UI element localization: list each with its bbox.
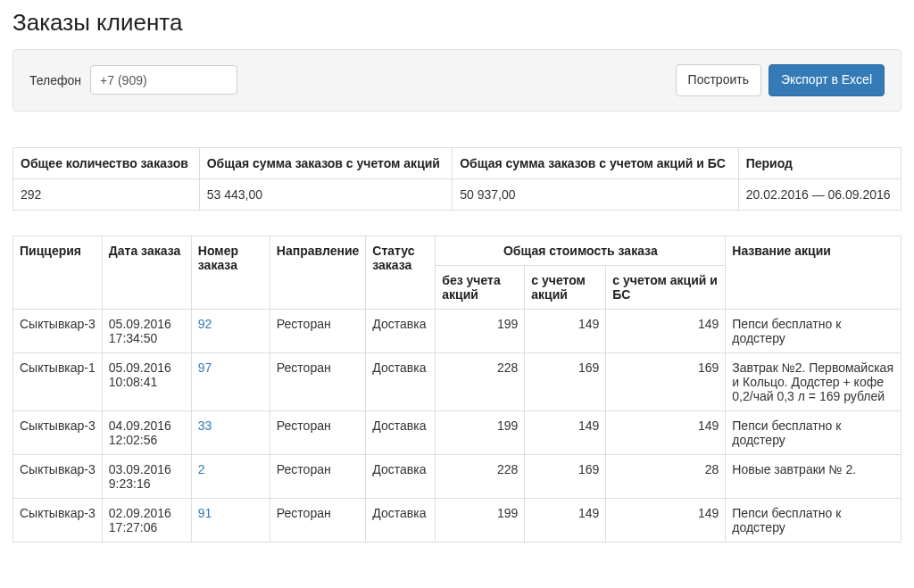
order-number-link[interactable]: 92 [198,317,212,331]
cell-date: 03.09.2016 9:23:16 [102,454,191,498]
cell-direction: Ресторан [270,454,365,498]
orders-table: Пиццерия Дата заказа Номер заказа Направ… [12,236,902,542]
summary-period: 20.02.2016 — 06.09.2016 [738,178,901,210]
summary-promo-bs: 50 937,00 [453,178,739,210]
cell-cost-with-promo-bs: 28 [606,454,726,498]
cell-cost-with-promo-bs: 169 [606,352,726,410]
cell-cost-with-promo-bs: 149 [606,498,726,542]
cell-cost-with-promo: 149 [525,410,606,454]
cell-order-number: 2 [191,454,270,498]
table-row: Сыктывкар-305.09.2016 17:34:5092Ресторан… [13,309,902,352]
col-direction: Направление [270,236,365,309]
build-button[interactable]: Построить [676,64,761,96]
cell-date: 05.09.2016 17:34:50 [102,309,191,352]
cell-pizzeria: Сыктывкар-3 [13,309,103,352]
cell-order-number: 97 [191,352,270,410]
order-number-link[interactable]: 97 [198,360,212,375]
summary-header-period: Период [738,147,901,178]
phone-label: Телефон [29,73,81,87]
cell-status: Доставка [366,352,436,410]
cell-status: Доставка [366,410,436,454]
cell-order-number: 92 [191,309,270,352]
table-row: Сыктывкар-302.09.2016 17:27:0691Ресторан… [13,498,902,542]
summary-promo: 53 443,00 [199,178,452,210]
cell-cost-no-promo: 199 [436,309,525,352]
col-cost-no-promo: без учета акций [436,265,525,309]
table-row: Сыктывкар-105.09.2016 10:08:4197Ресторан… [13,352,902,410]
cell-cost-no-promo: 199 [436,410,525,454]
summary-header-count: Общее количество заказов [13,147,200,178]
col-cost-group: Общая стоимость заказа [436,236,726,265]
orders-header-row-1: Пиццерия Дата заказа Номер заказа Направ… [13,236,902,265]
table-row: Сыктывкар-303.09.2016 9:23:162РесторанДо… [13,454,902,498]
cell-order-number: 33 [191,410,270,454]
cell-date: 04.09.2016 12:02:56 [102,410,191,454]
order-number-link[interactable]: 2 [198,462,205,476]
page-title: Заказы клиента [12,9,902,37]
table-row: Сыктывкар-304.09.2016 12:02:5633Ресторан… [13,410,902,454]
cell-cost-with-promo-bs: 149 [606,309,726,352]
cell-cost-no-promo: 199 [436,498,525,542]
cell-status: Доставка [366,309,436,352]
cell-cost-with-promo: 169 [525,454,606,498]
cell-cost-with-promo-bs: 149 [606,410,726,454]
col-cost-with-promo-bs: с учетом акций и БС [606,265,726,309]
phone-input[interactable] [90,65,237,95]
cell-promo: Пепси бесплатно к додстеру [726,309,902,352]
cell-cost-with-promo: 149 [525,498,606,542]
cell-date: 05.09.2016 10:08:41 [102,352,191,410]
col-order-date: Дата заказа [102,236,191,309]
cell-pizzeria: Сыктывкар-3 [13,498,103,542]
col-status: Статус заказа [366,236,436,309]
summary-value-row: 292 53 443,00 50 937,00 20.02.2016 — 06.… [13,178,902,210]
cell-direction: Ресторан [270,352,365,410]
cell-promo: Пепси бесплатно к додстеру [726,498,902,542]
cell-pizzeria: Сыктывкар-1 [13,352,103,410]
cell-cost-no-promo: 228 [436,352,525,410]
summary-count: 292 [13,178,200,210]
cell-pizzeria: Сыктывкар-3 [13,454,103,498]
summary-header-promo-bs: Общая сумма заказов с учетом акций и БС [453,147,739,178]
col-promo-name: Название акции [726,236,902,309]
cell-cost-with-promo: 169 [525,352,606,410]
summary-header-promo: Общая сумма заказов с учетом акций [199,147,452,178]
cell-cost-no-promo: 228 [436,454,525,498]
filter-bar: Телефон Построить Экспорт в Excel [12,49,902,112]
cell-direction: Ресторан [270,309,365,352]
summary-table: Общее количество заказов Общая сумма зак… [12,147,902,211]
cell-promo: Новые завтраки № 2. [726,454,902,498]
col-cost-with-promo: с учетом акций [525,265,606,309]
cell-date: 02.09.2016 17:27:06 [102,498,191,542]
col-pizzeria: Пиццерия [13,236,103,309]
col-order-number: Номер заказа [191,236,270,309]
cell-direction: Ресторан [270,498,365,542]
cell-pizzeria: Сыктывкар-3 [13,410,103,454]
export-excel-button[interactable]: Экспорт в Excel [769,64,885,96]
cell-order-number: 91 [191,498,270,542]
cell-promo: Пепси бесплатно к додстеру [726,410,902,454]
cell-status: Доставка [366,454,436,498]
cell-cost-with-promo: 149 [525,309,606,352]
order-number-link[interactable]: 33 [198,418,212,433]
cell-promo: Завтрак №2. Первомайская и Кольцо. Додст… [726,352,902,410]
order-number-link[interactable]: 91 [198,506,212,520]
cell-direction: Ресторан [270,410,365,454]
cell-status: Доставка [366,498,436,542]
summary-header-row: Общее количество заказов Общая сумма зак… [13,147,902,178]
phone-group: Телефон [29,65,237,95]
